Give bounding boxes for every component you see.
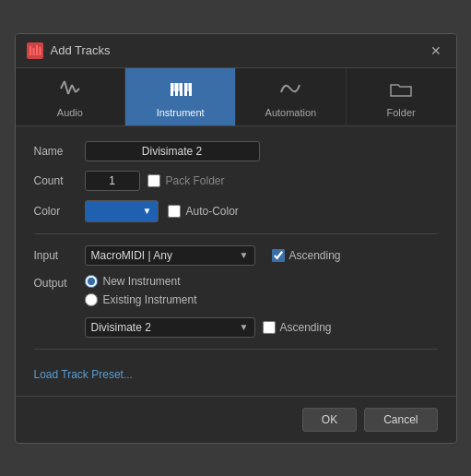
instrument-output-value: Divisimate 2 xyxy=(91,321,151,334)
color-dropdown[interactable]: ▼ xyxy=(85,200,159,222)
audio-icon xyxy=(57,77,83,103)
svg-line-6 xyxy=(68,85,72,94)
input-ascending-label: Ascending xyxy=(289,249,341,262)
existing-instrument-row: Existing Instrument xyxy=(85,293,332,306)
name-row: Name xyxy=(34,141,438,161)
output-ascending-label: Ascending xyxy=(280,321,332,334)
auto-color-row: Auto-Color xyxy=(168,205,239,218)
count-input[interactable] xyxy=(85,171,140,191)
load-preset-link[interactable]: Load Track Preset... xyxy=(34,368,133,381)
svg-rect-2 xyxy=(36,45,38,55)
input-label: Input xyxy=(34,249,85,262)
pack-folder-label: Pack Folder xyxy=(166,174,225,187)
tab-instrument-label: Instrument xyxy=(157,107,205,118)
output-ascending-row: Ascending xyxy=(263,321,332,334)
instrument-icon xyxy=(168,77,194,103)
output-row: Output New Instrument Existing Instrumen… xyxy=(34,275,438,338)
new-instrument-row: New Instrument xyxy=(85,275,332,288)
dialog-icon xyxy=(27,42,43,59)
midi-input-value: MacroMIDI | Any xyxy=(91,249,172,262)
auto-color-checkbox[interactable] xyxy=(168,205,181,218)
tab-folder-label: Folder xyxy=(387,107,416,118)
folder-icon xyxy=(388,77,414,103)
name-input[interactable] xyxy=(85,141,260,161)
tab-instrument[interactable]: Instrument xyxy=(125,68,236,125)
svg-rect-11 xyxy=(180,83,183,96)
svg-rect-13 xyxy=(189,83,192,96)
instrument-dropdown-arrow: ▼ xyxy=(240,322,249,332)
cancel-button[interactable]: Cancel xyxy=(364,408,437,432)
divider-1 xyxy=(34,233,438,234)
svg-rect-0 xyxy=(29,46,31,55)
output-options: New Instrument Existing Instrument Divis… xyxy=(85,275,332,338)
midi-dropdown-arrow: ▼ xyxy=(240,250,249,260)
input-ascending-checkbox[interactable] xyxy=(272,249,285,262)
close-button[interactable]: ✕ xyxy=(427,42,445,60)
pack-folder-checkbox[interactable] xyxy=(147,174,160,187)
output-ascending-checkbox[interactable] xyxy=(263,321,276,334)
new-instrument-label: New Instrument xyxy=(103,275,181,288)
svg-rect-14 xyxy=(172,83,175,91)
count-row: Count Pack Folder xyxy=(34,171,438,191)
automation-icon xyxy=(277,77,303,103)
tab-audio-label: Audio xyxy=(57,107,83,118)
svg-line-7 xyxy=(72,85,76,92)
titlebar-left: Add Tracks xyxy=(27,42,111,59)
output-bottom-row: Divisimate 2 ▼ Ascending xyxy=(85,317,332,338)
tab-audio[interactable]: Audio xyxy=(16,68,126,125)
pack-folder-row: Pack Folder xyxy=(147,174,225,187)
color-dropdown-arrow: ▼ xyxy=(143,206,152,216)
add-tracks-dialog: Add Tracks ✕ Audio xyxy=(15,33,457,444)
color-label: Color xyxy=(34,205,85,218)
color-row: Color ▼ Auto-Color xyxy=(34,200,438,222)
titlebar: Add Tracks ✕ xyxy=(16,34,456,68)
divider-2 xyxy=(34,349,438,350)
svg-rect-16 xyxy=(186,83,189,91)
input-row: Input MacroMIDI | Any ▼ Ascending xyxy=(34,245,438,266)
svg-line-8 xyxy=(76,89,79,92)
dialog-title: Add Tracks xyxy=(51,43,111,57)
auto-color-label: Auto-Color xyxy=(186,205,239,218)
footer: OK Cancel xyxy=(16,396,456,443)
count-label: Count xyxy=(34,174,85,187)
tab-folder[interactable]: Folder xyxy=(347,68,456,125)
input-controls: MacroMIDI | Any ▼ Ascending xyxy=(85,245,341,266)
name-label: Name xyxy=(34,145,85,158)
instrument-output-dropdown[interactable]: Divisimate 2 ▼ xyxy=(85,317,255,338)
existing-instrument-radio[interactable] xyxy=(85,293,98,306)
svg-rect-1 xyxy=(32,48,34,55)
existing-instrument-label: Existing Instrument xyxy=(103,293,197,306)
color-controls: ▼ Auto-Color xyxy=(85,200,239,222)
midi-input-dropdown[interactable]: MacroMIDI | Any ▼ xyxy=(85,245,255,266)
svg-line-5 xyxy=(65,81,68,94)
svg-rect-15 xyxy=(177,83,180,91)
svg-rect-3 xyxy=(39,47,41,55)
tab-automation[interactable]: Automation xyxy=(236,68,347,125)
new-instrument-radio[interactable] xyxy=(85,275,98,288)
output-label: Output xyxy=(34,275,85,290)
ok-button[interactable]: OK xyxy=(302,408,357,432)
tab-bar: Audio Instrument xyxy=(16,68,456,126)
input-ascending-row: Ascending xyxy=(272,249,341,262)
tab-automation-label: Automation xyxy=(265,107,317,118)
content-area: Name Count Pack Folder Color ▼ Auto-Colo… xyxy=(16,126,456,396)
